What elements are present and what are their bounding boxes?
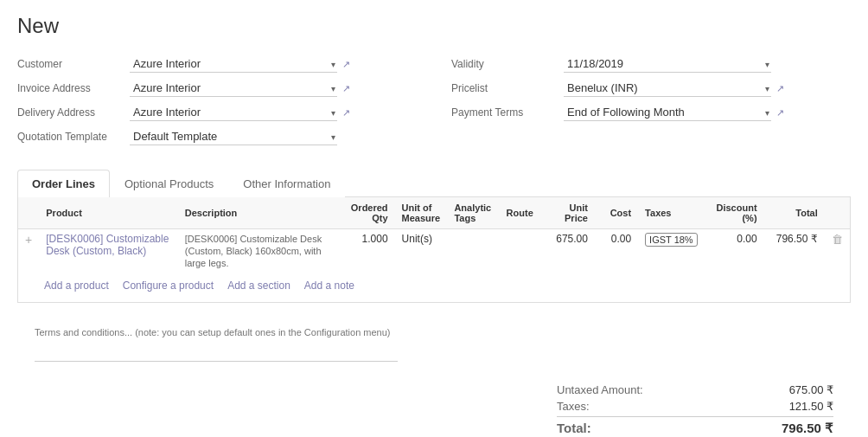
qty-value[interactable]: 1.000 <box>342 229 394 273</box>
col-header-discount: Discount(%) <box>707 197 763 229</box>
delivery-select[interactable]: Azure Interior <box>130 104 337 121</box>
add-links-bar: Add a product Configure a product Add a … <box>18 273 850 302</box>
configure-product-link[interactable]: Configure a product <box>123 280 214 292</box>
tab-optional-products[interactable]: Optional Products <box>110 170 228 197</box>
add-section-link[interactable]: Add a section <box>227 280 290 292</box>
total-value: 796.50 ₹ <box>782 421 833 436</box>
customer-ext-link[interactable]: ↗ <box>342 59 350 70</box>
col-header-uom: Unit ofMeasure <box>395 197 448 229</box>
payment-label: Payment Terms <box>451 106 564 119</box>
pricelist-select[interactable]: Benelux (INR) <box>564 80 771 97</box>
col-header-taxes: Taxes <box>638 197 707 229</box>
untaxed-label: Untaxed Amount: <box>557 383 643 396</box>
invoice-ext-link[interactable]: ↗ <box>342 83 350 94</box>
taxes-value: 121.50 ₹ <box>789 400 833 413</box>
tags-value[interactable] <box>447 229 499 273</box>
customer-label: Customer <box>17 58 130 70</box>
tabs-bar: Order Lines Optional Products Other Info… <box>17 170 851 197</box>
pricelist-ext-link[interactable]: ↗ <box>776 83 784 94</box>
drag-handle-icon[interactable]: + <box>25 233 32 247</box>
table-row: + [DESK0006] Customizable Desk (Custom, … <box>18 229 850 273</box>
discount-value[interactable]: 0.00 <box>707 229 763 273</box>
delete-row-icon[interactable]: 🗑 <box>832 233 843 246</box>
product-name[interactable]: [DESK0006] Customizable Desk (Custom, Bl… <box>46 233 169 257</box>
delivery-label: Delivery Address <box>17 106 130 119</box>
pricelist-label: Pricelist <box>451 82 564 94</box>
total-label: Total: <box>557 421 591 436</box>
cost-value: 0.00 <box>595 229 638 273</box>
tab-other-information[interactable]: Other Information <box>228 170 345 197</box>
page-title: New <box>17 14 851 38</box>
col-header-cost: Cost <box>595 197 638 229</box>
untaxed-value: 675.00 ₹ <box>789 383 833 396</box>
totals-section: Untaxed Amount: 675.00 ₹ Taxes: 121.50 ₹… <box>17 375 851 437</box>
price-value[interactable]: 675.00 <box>543 229 595 273</box>
col-header-tags: AnalyticTags <box>447 197 499 229</box>
uom-value[interactable]: Unit(s) <box>395 229 448 273</box>
delivery-ext-link[interactable]: ↗ <box>342 107 350 119</box>
payment-ext-link[interactable]: ↗ <box>776 107 784 119</box>
payment-select[interactable]: End of Following Month <box>564 104 771 121</box>
validity-select[interactable]: 11/18/2019 <box>564 55 771 73</box>
col-header-total: Total <box>764 197 825 229</box>
tax-badge: IGST 18% <box>645 233 698 247</box>
col-header-price: UnitPrice <box>543 197 595 229</box>
total-value: 796.50 ₹ <box>764 229 825 273</box>
order-lines-table: Product Description OrderedQty Unit ofMe… <box>18 197 850 273</box>
taxes-label: Taxes: <box>557 400 590 413</box>
col-header-route: Route <box>500 197 543 229</box>
col-header-product: Product <box>39 197 178 229</box>
template-select[interactable]: Default Template <box>130 128 337 145</box>
validity-label: Validity <box>451 58 564 70</box>
route-value[interactable] <box>500 229 543 273</box>
customer-select[interactable]: Azure Interior <box>130 55 337 73</box>
add-note-link[interactable]: Add a note <box>304 280 354 292</box>
terms-textarea[interactable] <box>35 327 398 362</box>
tab-order-lines[interactable]: Order Lines <box>17 170 110 197</box>
col-header-description: Description <box>178 197 343 229</box>
invoice-label: Invoice Address <box>17 82 130 94</box>
product-description: [DESK0006] Customizable Desk (Custom, Bl… <box>185 234 322 268</box>
add-product-link[interactable]: Add a product <box>44 280 109 292</box>
invoice-select[interactable]: Azure Interior <box>130 80 337 97</box>
template-label: Quotation Template <box>17 131 130 143</box>
col-header-qty: OrderedQty <box>342 197 394 229</box>
taxes-value[interactable]: IGST 18% <box>638 229 707 273</box>
